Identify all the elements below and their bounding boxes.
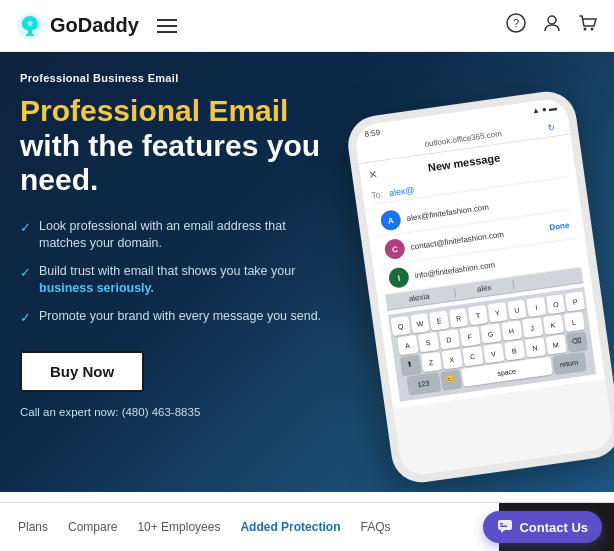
svg-rect-7 [500,523,503,525]
key-j[interactable]: J [521,317,542,337]
feature-text: Look professional with an email address … [39,218,330,253]
key-v[interactable]: V [483,343,504,363]
key-d[interactable]: D [438,329,459,349]
logo[interactable]: GoDaddy [16,12,139,40]
key-w[interactable]: W [410,313,430,333]
compose-area: ✕ New message To: alex@ A alex@finitefas… [359,134,605,408]
status-time: 8:59 [364,128,381,139]
hero-title: Professional Email with the features you… [20,94,330,198]
hero-title-line2: with the features youneed. [20,129,320,197]
key-p[interactable]: P [565,291,585,311]
key-g[interactable]: G [480,323,501,343]
feature-item: ✓ Look professional with an email addres… [20,218,330,253]
key-n[interactable]: N [524,337,545,357]
logo-text: GoDaddy [50,14,139,37]
menu-button[interactable] [153,15,181,37]
feature-item: ✓ Build trust with email that shows you … [20,263,330,298]
refresh-icon: ↻ [547,121,556,132]
nav-item-compare[interactable]: Compare [58,520,127,534]
email-address: contact@finitefashion.com [410,229,504,251]
key-shift[interactable]: ⬆ [399,355,420,375]
done-button[interactable]: Done [549,220,570,232]
key-i[interactable]: I [526,297,546,317]
to-label: To: [371,189,384,201]
svg-point-5 [591,28,594,31]
phone-mockup: 8:59 ▲ ● ▬ outlook.office365.com ↻ ✕ New… [344,82,614,482]
key-f[interactable]: F [459,326,480,346]
key-t[interactable]: T [468,305,488,325]
cart-icon[interactable] [578,13,598,38]
key-z[interactable]: Z [420,352,441,372]
email-address: info@finitefashion.com [414,260,496,280]
phone-screen: 8:59 ▲ ● ▬ outlook.office365.com ↻ ✕ New… [353,97,614,477]
header-right: ? [506,13,598,38]
key-y[interactable]: Y [487,302,507,322]
feature-text: Build trust with email that shows you ta… [39,263,330,298]
feature-text: Promote your brand with every message yo… [39,308,321,326]
key-e[interactable]: E [429,310,449,330]
email-address: alex@finitefashion.com [406,202,489,222]
header-left: GoDaddy [16,12,181,40]
key-s[interactable]: S [417,332,438,352]
key-c[interactable]: C [462,346,483,366]
key-a[interactable]: A [397,335,418,355]
key-l[interactable]: L [563,312,584,332]
key-b[interactable]: B [503,340,524,360]
key-backspace[interactable]: ⌫ [566,331,587,351]
svg-rect-8 [500,526,507,528]
help-icon[interactable]: ? [506,13,526,38]
svg-point-4 [584,28,587,31]
svg-point-3 [548,16,556,24]
key-r[interactable]: R [449,308,469,328]
hero-features-list: ✓ Look professional with an email addres… [20,218,330,327]
hero-section: Professional Business Email Professional… [0,52,614,492]
user-icon[interactable] [542,13,562,38]
key-return[interactable]: return [552,352,586,374]
hero-subtitle: Professional Business Email [20,72,330,84]
header: GoDaddy ? [0,0,614,52]
nav-item-employees[interactable]: 10+ Employees [127,520,230,534]
to-value: alex@ [388,185,415,198]
avatar: A [380,209,403,232]
buy-now-button[interactable]: Buy Now [20,351,144,392]
nav-item-plans[interactable]: Plans [8,520,58,534]
key-emoji[interactable]: 😊 [440,369,461,389]
key-k[interactable]: K [542,315,563,335]
key-123[interactable]: 123 [406,372,440,394]
check-icon: ✓ [20,219,31,237]
svg-text:?: ? [513,17,519,29]
avatar: I [388,266,411,289]
svg-rect-6 [498,520,512,530]
key-m[interactable]: M [545,334,566,354]
phone-outer: 8:59 ▲ ● ▬ outlook.office365.com ↻ ✕ New… [344,88,614,486]
godaddy-logo-icon [16,12,44,40]
hero-content: Professional Business Email Professional… [20,72,330,418]
nav-items: Plans Compare 10+ Employees Added Protec… [0,520,499,534]
check-icon: ✓ [20,309,31,327]
key-x[interactable]: X [441,349,462,369]
key-q[interactable]: Q [390,316,410,336]
check-icon: ✓ [20,264,31,282]
contact-us-button[interactable]: Contact Us [483,511,602,543]
key-o[interactable]: O [546,294,566,314]
call-text: Call an expert now: (480) 463-8835 [20,406,330,418]
nav-item-faqs[interactable]: FAQs [350,520,400,534]
status-icons: ▲ ● ▬ [531,103,557,115]
key-h[interactable]: H [501,320,522,340]
hero-title-line1: Professional Email [20,94,288,127]
chat-icon [497,519,513,535]
feature-item: ✓ Promote your brand with every message … [20,308,330,327]
key-u[interactable]: U [507,300,527,320]
nav-item-protection[interactable]: Added Protection [230,520,350,534]
avatar: C [384,238,407,261]
contact-us-label: Contact Us [519,520,588,535]
